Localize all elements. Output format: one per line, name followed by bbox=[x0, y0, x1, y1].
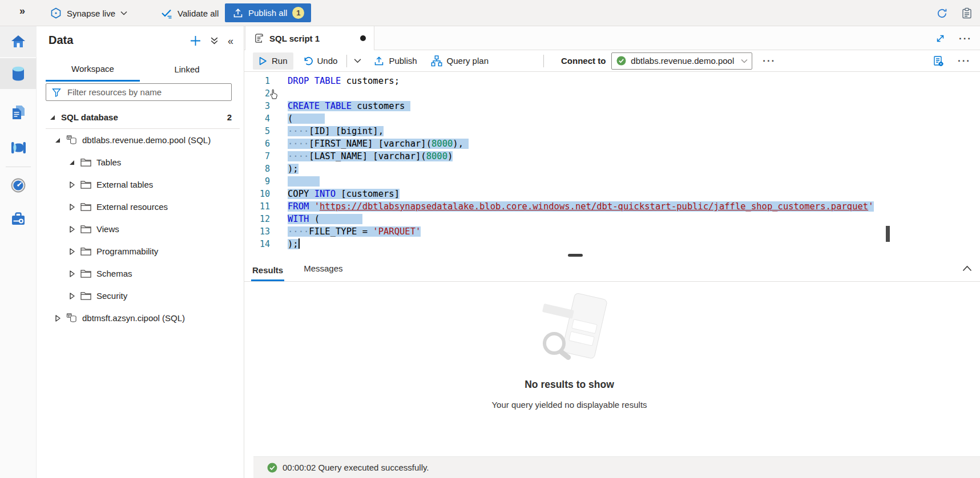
tree-item-views[interactable]: Views bbox=[37, 218, 244, 240]
tab-results[interactable]: Results bbox=[251, 265, 284, 281]
tab-more-actions-icon[interactable]: ··· bbox=[959, 34, 972, 43]
integrate-pipeline-icon bbox=[11, 141, 26, 154]
line-content: WITH ( bbox=[288, 213, 362, 225]
line-number: 9 bbox=[244, 175, 270, 188]
tab-workspace[interactable]: Workspace bbox=[46, 57, 140, 82]
clipboard-icon[interactable] bbox=[962, 7, 972, 19]
left-navigation-rail bbox=[0, 26, 37, 478]
nav-manage[interactable] bbox=[0, 203, 37, 234]
add-resource-icon[interactable] bbox=[190, 35, 201, 46]
toolbar-more-actions-icon[interactable]: ··· bbox=[763, 56, 776, 66]
code-line-11[interactable]: 11FROM 'https://dbtlabsynapsedatalake.bl… bbox=[244, 200, 980, 213]
refresh-icon[interactable] bbox=[936, 7, 948, 19]
validate-all-button[interactable]: Validate all bbox=[160, 0, 219, 26]
chevron-down-icon bbox=[120, 11, 127, 15]
nav-monitor[interactable] bbox=[0, 170, 37, 201]
line-number: 12 bbox=[244, 213, 270, 225]
manage-toolbox-icon bbox=[11, 212, 26, 226]
collapse-results-chevron-icon[interactable] bbox=[962, 265, 972, 272]
collapse-panel-icon[interactable]: « bbox=[228, 36, 233, 46]
line-number: 13 bbox=[244, 225, 270, 238]
code-line-8[interactable]: 8); bbox=[244, 163, 980, 175]
tab-messages[interactable]: Messages bbox=[303, 264, 344, 281]
scrollbar-thumb[interactable] bbox=[886, 226, 890, 242]
collapsed-caret-icon[interactable] bbox=[54, 315, 61, 322]
tree-item-tables[interactable]: Tables bbox=[37, 151, 244, 173]
tab-sql-script-1[interactable]: SQL script 1 bbox=[245, 26, 374, 50]
folder-icon bbox=[80, 247, 91, 256]
data-cylinder-icon bbox=[11, 66, 26, 82]
nav-data[interactable] bbox=[0, 58, 37, 89]
code-line-6[interactable]: 6····[FIRST_NAME] [varchar](8000), bbox=[244, 137, 980, 150]
collapsed-caret-icon[interactable] bbox=[68, 204, 75, 210]
mode-switcher[interactable]: Synapse live bbox=[50, 0, 127, 26]
tree-item-external-tables[interactable]: External tables bbox=[37, 173, 244, 196]
code-line-9[interactable]: 9 bbox=[244, 175, 980, 188]
code-line-13[interactable]: 13····FILE_TYPE = 'PARQUET' bbox=[244, 225, 980, 238]
document-tabstrip: SQL script 1 ··· bbox=[244, 26, 980, 50]
nav-integrate[interactable] bbox=[0, 132, 37, 163]
expand-editor-icon[interactable] bbox=[935, 34, 945, 43]
code-line-12[interactable]: 12WITH ( bbox=[244, 213, 980, 225]
collapsed-caret-icon[interactable] bbox=[68, 181, 75, 188]
tree-item-schemas[interactable]: Schemas bbox=[37, 262, 244, 285]
tree-item-external-resources[interactable]: External resources bbox=[37, 196, 244, 218]
resource-tree: SQL database2dbtlabs.revenue.demo.pool (… bbox=[37, 106, 244, 329]
code-line-1[interactable]: 1DROP TABLE customers; bbox=[244, 75, 980, 87]
collapsed-caret-icon[interactable] bbox=[68, 270, 75, 277]
tree-item-label: Views bbox=[96, 224, 119, 234]
properties-icon[interactable] bbox=[933, 55, 944, 67]
code-line-3[interactable]: 3CREATE TABLE customers bbox=[244, 100, 980, 112]
splitter-drag-handle[interactable] bbox=[568, 254, 583, 257]
dropdown-chevron-icon bbox=[741, 59, 748, 63]
expanded-caret-icon[interactable] bbox=[49, 114, 56, 121]
database-icon bbox=[66, 313, 77, 323]
collapsed-caret-icon[interactable] bbox=[68, 293, 75, 299]
nav-home[interactable] bbox=[0, 26, 37, 57]
expanded-caret-icon[interactable] bbox=[54, 137, 61, 144]
tree-item-dbtmsft-azsyn-cipool-sql[interactable]: dbtmsft.azsyn.cipool (SQL) bbox=[37, 307, 244, 329]
sql-code-editor[interactable]: 1DROP TABLE customers;23CREATE TABLE cus… bbox=[244, 72, 980, 254]
tree-item-label: Tables bbox=[96, 157, 121, 167]
line-content: CREATE TABLE customers bbox=[288, 100, 410, 112]
publish-count-badge: 1 bbox=[292, 7, 304, 19]
code-line-4[interactable]: 4( bbox=[244, 112, 980, 125]
line-number: 11 bbox=[244, 200, 270, 213]
line-content: ); bbox=[288, 163, 299, 175]
text-caret bbox=[299, 238, 300, 249]
undo-button[interactable]: Undo bbox=[300, 52, 340, 70]
nav-develop[interactable] bbox=[0, 97, 37, 128]
filter-resources-input[interactable] bbox=[66, 87, 231, 98]
line-number: 4 bbox=[244, 112, 270, 125]
tree-item-programmability[interactable]: Programmability bbox=[37, 240, 244, 262]
expand-menu-icon[interactable]: » bbox=[19, 5, 25, 17]
validate-all-label: Validate all bbox=[178, 9, 219, 18]
code-line-5[interactable]: 5····[ID] [bigint], bbox=[244, 125, 980, 137]
rail-divider bbox=[6, 167, 31, 167]
connect-to-pool-dropdown[interactable]: dbtlabs.revenue.demo.pool bbox=[611, 52, 752, 70]
filter-funnel-icon bbox=[52, 88, 61, 97]
run-button[interactable]: Run bbox=[253, 52, 293, 70]
line-content: ····[ID] [bigint], bbox=[288, 125, 384, 137]
tree-item-sql-database[interactable]: SQL database2 bbox=[37, 106, 244, 128]
code-line-2[interactable]: 2 bbox=[244, 87, 980, 100]
results-tabs: Results Messages bbox=[244, 257, 980, 282]
empty-state-subtitle: Your query yielded no displayable result… bbox=[244, 400, 894, 410]
collapsed-caret-icon[interactable] bbox=[68, 248, 75, 255]
run-options-chevron-icon[interactable] bbox=[354, 58, 361, 63]
tab-linked[interactable]: Linked bbox=[140, 57, 234, 82]
code-line-10[interactable]: 10COPY INTO [customers] bbox=[244, 188, 980, 200]
publish-button[interactable]: Publish bbox=[372, 52, 419, 70]
tree-item-dbtlabs-revenue-demo-pool-sql[interactable]: dbtlabs.revenue.demo.pool (SQL) bbox=[37, 129, 244, 151]
query-plan-button[interactable]: Query plan bbox=[429, 52, 491, 70]
publish-all-button[interactable]: Publish all 1 bbox=[225, 3, 311, 22]
expanded-caret-icon[interactable] bbox=[68, 159, 75, 166]
double-chevron-down-icon[interactable] bbox=[210, 37, 219, 45]
code-line-14[interactable]: 14); bbox=[244, 238, 980, 250]
code-line-7[interactable]: 7····[LAST_NAME] [varchar](8000) bbox=[244, 150, 980, 163]
tree-item-security[interactable]: Security bbox=[37, 285, 244, 307]
pane-more-actions-icon[interactable]: ··· bbox=[958, 56, 971, 66]
whitespace-dots: ···· bbox=[288, 151, 309, 161]
collapsed-caret-icon[interactable] bbox=[68, 226, 75, 233]
publish-upload-icon bbox=[233, 8, 243, 18]
